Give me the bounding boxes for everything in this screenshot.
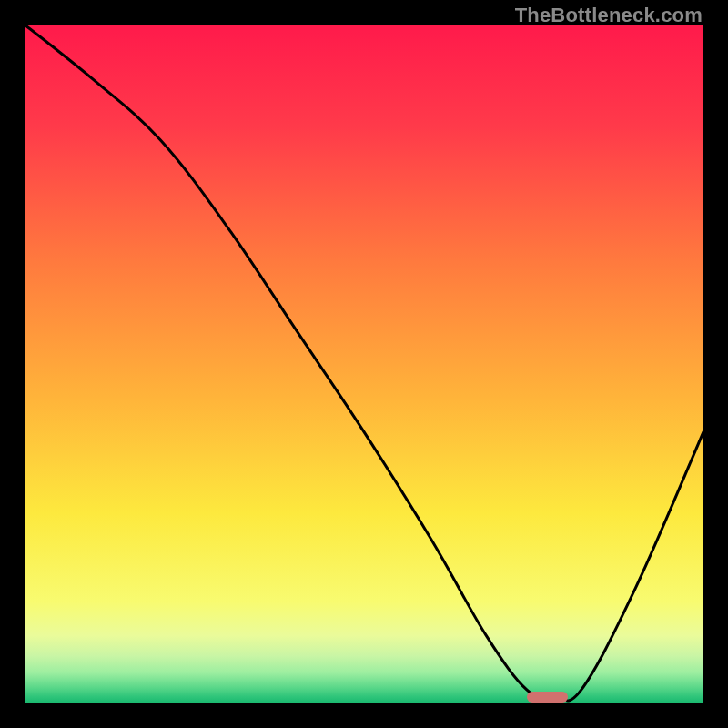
chart-frame: TheBottleneck.com xyxy=(0,0,728,728)
plot-area xyxy=(25,25,703,703)
bottleneck-curve xyxy=(25,25,703,703)
optimal-range-marker xyxy=(527,692,568,703)
